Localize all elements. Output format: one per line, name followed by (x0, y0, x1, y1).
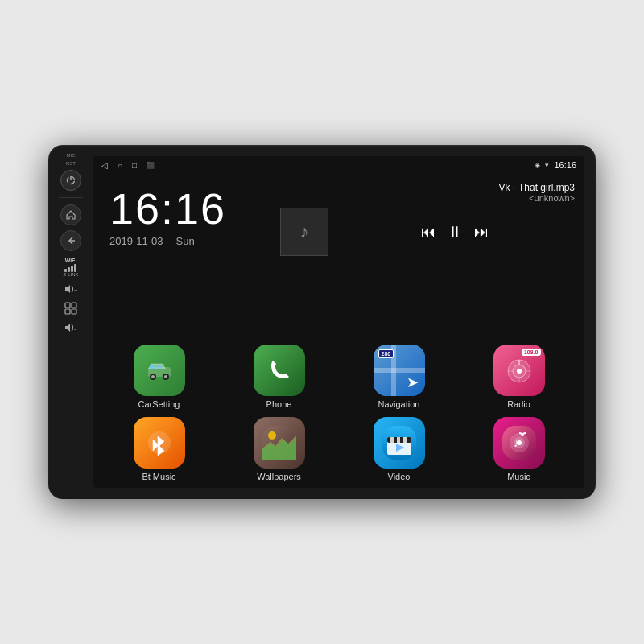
svg-point-12 (164, 375, 167, 378)
wifi-label: WiFi (65, 258, 77, 263)
svg-rect-14 (150, 365, 155, 369)
side-controls: MIC RST WiFi (48, 145, 93, 499)
rst-label: RST (66, 161, 76, 167)
svg-point-17 (517, 369, 522, 374)
carsetting-label: CarSetting (138, 399, 180, 409)
svg-rect-4 (72, 303, 76, 308)
map-badge: 280 (378, 349, 394, 358)
home-button[interactable] (60, 204, 81, 225)
svg-point-10 (151, 375, 155, 378)
svg-text:+: + (74, 287, 77, 294)
apps-grid: CarSetting Phone 280 ➤ (93, 338, 584, 488)
album-art: ♪ (280, 208, 328, 256)
wifi-info: WiFi Z-LINK (63, 258, 78, 277)
car-head-unit: MIC RST WiFi (48, 145, 596, 499)
svg-rect-3 (65, 303, 70, 308)
wallpapers-icon (254, 417, 305, 469)
app-phone[interactable]: Phone (223, 345, 335, 409)
bar3 (71, 266, 73, 272)
app-video[interactable]: Video (343, 417, 455, 481)
apps-button[interactable] (60, 298, 81, 319)
svg-rect-13 (157, 365, 162, 369)
screenshot-icon[interactable]: ⬛ (147, 162, 155, 169)
screen: ◁ ○ □ ⬛ ◈ ▾ 16:16 16:16 2019-11-03 Sun (93, 156, 584, 488)
next-button[interactable]: ⏭ (474, 224, 489, 241)
clock-day-value: Sun (176, 235, 195, 247)
power-button[interactable] (60, 170, 81, 191)
bar4 (74, 264, 76, 272)
back-button[interactable] (60, 230, 81, 251)
svg-text:-: - (74, 325, 76, 332)
clock-time: 16:16 (109, 187, 226, 230)
clock-date: 2019-11-03 Sun (109, 235, 195, 247)
svg-rect-28 (390, 437, 394, 443)
status-time: 16:16 (554, 160, 576, 170)
svg-rect-29 (397, 437, 400, 443)
navigation-icon: 280 ➤ (374, 345, 425, 396)
music-player: ♪ ⏮ ⏸ ⏭ (280, 208, 575, 256)
top-section: 16:16 2019-11-03 Sun Vk - That girl.mp3 … (93, 174, 584, 338)
music-icon: ♪ (493, 417, 545, 469)
app-radio[interactable]: 108.0 Radio (463, 345, 575, 409)
clock-date-value: 2019-11-03 (109, 235, 163, 247)
app-carsetting[interactable]: CarSetting (103, 345, 215, 409)
zlink-label: Z-LINK (63, 272, 78, 277)
player-controls: ⏮ ⏸ ⏭ (335, 223, 575, 242)
status-bar: ◁ ○ □ ⬛ ◈ ▾ 16:16 (93, 156, 584, 174)
back-nav-icon[interactable]: ◁ (101, 161, 108, 170)
radio-icon: 108.0 (493, 345, 545, 396)
navigation-label: Navigation (378, 399, 420, 409)
btmusic-icon (134, 417, 185, 469)
app-wallpapers[interactable]: Wallpapers (223, 417, 335, 481)
volume-up-button[interactable]: + (59, 282, 83, 296)
home-nav-icon[interactable]: ○ (118, 161, 122, 170)
app-navigation[interactable]: 280 ➤ Navigation (343, 345, 455, 409)
video-label: Video (388, 472, 411, 481)
btmusic-label: Bt Music (142, 472, 175, 481)
phone-label: Phone (266, 399, 292, 409)
recent-nav-icon[interactable]: □ (132, 161, 137, 170)
app-music[interactable]: ♪ Music (463, 417, 575, 481)
status-right: ◈ ▾ 16:16 (535, 160, 576, 170)
music-label: Music (507, 472, 530, 481)
phone-icon (254, 345, 305, 396)
nav-buttons: ◁ ○ □ ⬛ (101, 161, 155, 170)
wallpapers-label: Wallpapers (257, 472, 301, 481)
music-title: Vk - That girl.mp3 (499, 182, 575, 193)
music-info: Vk - That girl.mp3 <unknown> (280, 182, 575, 203)
location-icon: ◈ (535, 161, 540, 169)
prev-button[interactable]: ⏮ (421, 224, 436, 241)
clock-panel: 16:16 2019-11-03 Sun (93, 174, 270, 338)
mic-label: MIC (67, 153, 76, 159)
svg-text:♪: ♪ (514, 436, 519, 449)
svg-rect-30 (403, 437, 407, 443)
signal-bars (64, 264, 76, 272)
wifi-status-icon: ▾ (545, 161, 549, 169)
map-arrow: ➤ (407, 374, 419, 391)
music-artist: <unknown> (529, 193, 575, 203)
radio-freq: 108.0 (522, 349, 541, 356)
music-panel: Vk - That girl.mp3 <unknown> ♪ ⏮ ⏸ ⏭ (270, 174, 584, 338)
video-icon (374, 417, 425, 469)
svg-point-24 (268, 431, 276, 440)
app-btmusic[interactable]: Bt Music (103, 417, 215, 481)
svg-rect-5 (65, 309, 70, 314)
play-pause-button[interactable]: ⏸ (447, 223, 463, 242)
radio-label: Radio (507, 399, 530, 409)
svg-rect-6 (72, 309, 76, 314)
volume-down-button[interactable]: - (59, 320, 83, 335)
carsetting-icon (134, 345, 185, 396)
